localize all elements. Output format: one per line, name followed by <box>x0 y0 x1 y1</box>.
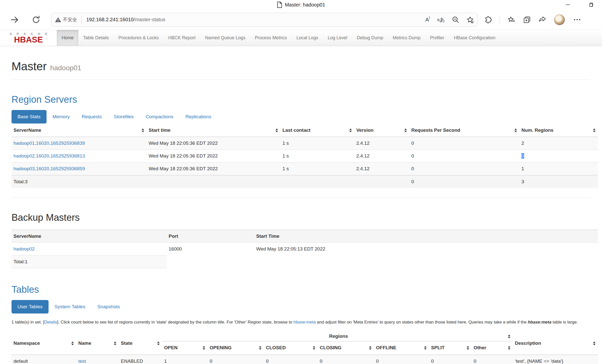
read-aloud-icon[interactable]: A) <box>425 16 430 23</box>
region-count-other[interactable]: 0 <box>474 358 476 364</box>
region-count-split[interactable]: 0 <box>431 358 434 364</box>
minimize-button[interactable] <box>563 0 572 9</box>
tab-base-stats[interactable]: Base Stats <box>12 110 47 124</box>
col-servername[interactable]: ServerName <box>12 124 147 137</box>
col-open[interactable]: OPEN <box>162 341 208 355</box>
profile-avatar[interactable] <box>554 14 565 25</box>
col-closed[interactable]: CLOSED <box>264 341 318 355</box>
region-count-closed[interactable]: 0 <box>266 358 269 364</box>
col-last-contact[interactable]: Last contact <box>280 124 354 137</box>
sort-icon[interactable] <box>142 128 144 132</box>
address-bar[interactable]: 不安全 192.168.2.241:16010/master-status A)… <box>51 13 478 27</box>
collections-icon[interactable] <box>523 16 531 24</box>
sort-icon[interactable] <box>157 342 160 345</box>
sort-icon[interactable] <box>593 128 595 132</box>
col-version[interactable]: Version <box>354 124 409 137</box>
col-num-regions[interactable]: Num. Regions <box>519 124 598 137</box>
hbase-meta-link[interactable]: hbase:meta <box>293 320 316 324</box>
restore-button[interactable] <box>586 0 595 9</box>
region-count-opening[interactable]: 0 <box>210 358 212 364</box>
nav-item-home[interactable]: Home <box>57 30 78 46</box>
col-other[interactable]: Other <box>472 341 513 355</box>
sort-icon[interactable] <box>508 346 510 350</box>
cell-last-contact: 1 s <box>280 137 354 150</box>
security-warning-icon[interactable] <box>55 16 61 23</box>
favorites-icon[interactable] <box>507 16 515 24</box>
col-closing[interactable]: CLOSING <box>318 341 374 355</box>
tab-system-tables[interactable]: System Tables <box>49 300 91 314</box>
sort-icon[interactable] <box>593 342 595 345</box>
sort-icon[interactable] <box>275 128 278 132</box>
col-offline[interactable]: OFFLINE <box>374 341 429 355</box>
col-requests-per-second[interactable]: Requests Per Second <box>409 124 519 137</box>
col-group-regions[interactable]: Regions <box>162 332 513 341</box>
col-description[interactable]: Description <box>513 332 598 355</box>
nav-item-process-metrics[interactable]: Process Metrics <box>250 30 292 46</box>
tab-snapshots[interactable]: Snapshots <box>91 300 126 314</box>
tab-storefiles[interactable]: Storefiles <box>108 110 140 124</box>
tab-replications[interactable]: Replications <box>179 110 217 124</box>
col-split[interactable]: SPLIT <box>429 341 472 355</box>
nav-item-named-queue-logs[interactable]: Named Queue Logs <box>200 30 250 46</box>
sort-icon[interactable] <box>508 335 510 338</box>
table-row: default test ENABLED 1 0 0 0 0 0 0 'test… <box>12 355 598 364</box>
col-opening[interactable]: OPENING <box>208 341 264 355</box>
security-label[interactable]: 不安全 <box>63 16 77 23</box>
extensions-icon[interactable] <box>484 16 492 24</box>
tab-compactions[interactable]: Compactions <box>140 110 179 124</box>
nav-item-procedures-locks[interactable]: Procedures & Locks <box>114 30 163 46</box>
server-link-hadoop03[interactable]: hadoop03,16020,1652925936859 <box>14 166 85 171</box>
url-text[interactable]: 192.168.2.241:16010/master-status <box>86 17 425 22</box>
table-link-test[interactable]: test <box>78 358 86 364</box>
cell-namespace: default <box>12 355 76 364</box>
hbase-navbar: A P A C H E HBASE Home Table Details Pro… <box>0 30 602 46</box>
sort-icon[interactable] <box>467 346 469 350</box>
zoom-out-icon[interactable] <box>452 16 459 24</box>
more-menu-icon[interactable] <box>574 19 580 20</box>
refresh-icon[interactable] <box>31 14 42 25</box>
favorite-add-icon[interactable] <box>466 16 474 24</box>
nav-item-debug-dump[interactable]: Debug Dump <box>352 30 388 46</box>
sort-icon[interactable] <box>71 342 74 345</box>
sort-icon[interactable] <box>203 346 205 350</box>
region-count-open[interactable]: 1 <box>164 358 167 364</box>
server-link-hadoop02[interactable]: hadoop02,16020,1652925936813 <box>14 153 85 158</box>
nav-item-profiler[interactable]: Profiler <box>425 30 449 46</box>
col-namespace[interactable]: Namespace <box>12 332 76 355</box>
sort-icon[interactable] <box>349 128 352 132</box>
share-icon[interactable] <box>538 16 546 24</box>
sort-icon[interactable] <box>369 346 372 350</box>
sort-icon[interactable] <box>514 128 517 132</box>
page-favicon-icon <box>277 2 282 8</box>
forward-icon[interactable] <box>9 14 20 25</box>
col-name[interactable]: Name <box>76 332 119 355</box>
nav-item-hbase-configuration[interactable]: HBase Configuration <box>449 30 500 46</box>
region-count-closing[interactable]: 0 <box>320 358 323 364</box>
nav-item-metrics-dump[interactable]: Metrics Dump <box>388 30 425 46</box>
nav-item-log-level[interactable]: Log Level <box>323 30 352 46</box>
tab-requests[interactable]: Requests <box>76 110 108 124</box>
nav-item-hbck-report[interactable]: HBCK Report <box>163 30 200 46</box>
backup-masters-heading: Backup Masters <box>12 212 598 223</box>
nav-item-table-details[interactable]: Table Details <box>78 30 114 46</box>
tab-user-tables[interactable]: User Tables <box>12 300 49 314</box>
sort-icon[interactable] <box>259 346 261 350</box>
tab-memory[interactable]: Memory <box>47 110 76 124</box>
region-count-offline[interactable]: 0 <box>376 358 379 364</box>
region-servers-heading: Region Servers <box>12 94 598 105</box>
hbase-logo[interactable]: A P A C H E HBASE <box>0 30 57 46</box>
server-link-hadoop01[interactable]: hadoop01,16020,1652925936839 <box>14 140 85 146</box>
table-row: hadoop02,16020,1652925936813 Wed May 18 … <box>12 150 598 162</box>
col-start-time[interactable]: Start time <box>147 124 280 137</box>
sort-icon[interactable] <box>114 342 116 345</box>
col-state[interactable]: State <box>119 332 162 355</box>
details-link[interactable]: Details <box>44 320 57 324</box>
nav-item-local-logs[interactable]: Local Logs <box>292 30 323 46</box>
translate-icon[interactable]: aあ <box>437 16 445 23</box>
cell-version: 2.4.12 <box>354 150 409 162</box>
sort-icon[interactable] <box>404 128 407 132</box>
sort-icon[interactable] <box>313 346 315 350</box>
total-rps: 0 <box>409 175 519 188</box>
sort-icon[interactable] <box>424 346 427 350</box>
backup-master-link-hadoop02[interactable]: hadoop02 <box>14 246 35 252</box>
